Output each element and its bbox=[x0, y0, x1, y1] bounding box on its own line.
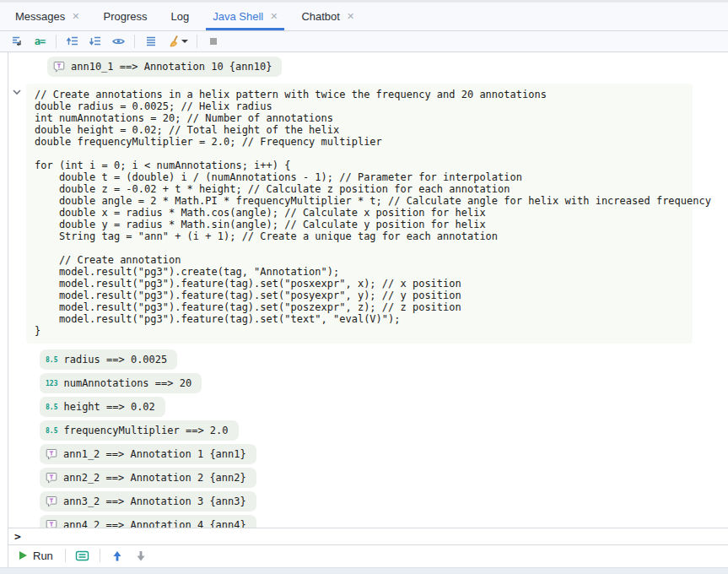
select-all-icon[interactable] bbox=[143, 33, 159, 50]
stop-icon[interactable] bbox=[205, 33, 222, 50]
double-type-icon: 8.5 bbox=[46, 427, 57, 435]
collapse-chevron-icon[interactable] bbox=[11, 86, 23, 98]
toolbar-separator bbox=[100, 549, 100, 562]
code-line: // Create annotations in a helix pattern… bbox=[35, 89, 693, 100]
code-line: int numAnnotations = 20; // Number of an… bbox=[35, 112, 693, 124]
run-toolbar: Run bbox=[8, 544, 728, 566]
code-line: model.result("pg3").create(tag, "Annotat… bbox=[35, 266, 693, 278]
tab-label: Progress bbox=[103, 10, 147, 23]
scroll-down-icon[interactable] bbox=[87, 33, 104, 50]
result-box: ann10_1 ==> Annotation 10 {ann10} bbox=[47, 57, 282, 77]
result-box: 123numAnnotations ==> 20 bbox=[40, 373, 202, 393]
result-text: ann10_1 ==> Annotation 10 {ann10} bbox=[71, 61, 272, 73]
code-line: double t = (double) i / (numAnnotations … bbox=[35, 171, 693, 183]
clear-dropdown-arrow[interactable] bbox=[181, 40, 188, 43]
tab-label: Chatbot bbox=[301, 10, 340, 23]
clear-icon[interactable] bbox=[165, 33, 189, 50]
tab-label: Log bbox=[171, 10, 190, 23]
tab-messages[interactable]: Messages✕ bbox=[3, 3, 91, 30]
toolbar-separator bbox=[197, 35, 197, 48]
code-cell: // Create annotations in a helix pattern… bbox=[8, 84, 728, 344]
result-box: 8.5radius ==> 0.0025 bbox=[40, 349, 177, 370]
result-text: height ==> 0.02 bbox=[63, 401, 154, 413]
window-bottom-strip bbox=[0, 567, 728, 574]
tab-close-icon[interactable]: ✕ bbox=[72, 12, 79, 21]
code-line: double height = 0.02; // Total height of… bbox=[35, 124, 693, 136]
run-icon bbox=[18, 550, 28, 560]
result-text: ann3_2 ==> Annotation 3 {ann3} bbox=[63, 495, 246, 507]
annotation-icon bbox=[46, 472, 57, 484]
result-text: ann2_2 ==> Annotation 2 {ann2} bbox=[63, 472, 246, 484]
annotation-icon bbox=[46, 495, 57, 507]
java-shell-window: Messages✕ProgressLogJava Shell✕Chatbot✕ … bbox=[0, 0, 728, 574]
tab-log[interactable]: Log bbox=[159, 3, 202, 30]
annotation-icon bbox=[46, 519, 57, 528]
result-box: ann3_2 ==> Annotation 3 {ann3} bbox=[40, 491, 256, 512]
code-line: double angle = 2 * Math.PI * frequencyMu… bbox=[35, 195, 693, 207]
result-box: ann2_2 ==> Annotation 2 {ann2} bbox=[40, 468, 256, 488]
result-text: ann4_2 ==> Annotation 4 {ann4} bbox=[63, 519, 246, 528]
code-line: double x = radius * Math.cos(angle); // … bbox=[35, 207, 693, 219]
toolbar-separator bbox=[65, 549, 66, 562]
code-line: } bbox=[35, 325, 693, 337]
result-box: ann1_2 ==> Annotation 1 {ann1} bbox=[40, 444, 256, 464]
code-line: model.result("pg3").feature(tag).set("po… bbox=[35, 278, 693, 290]
next-command-icon[interactable] bbox=[132, 547, 149, 564]
tab-java-shell[interactable]: Java Shell✕ bbox=[201, 3, 289, 30]
tab-progress[interactable]: Progress bbox=[91, 3, 159, 30]
code-line: model.result("pg3").feature(tag).set("po… bbox=[35, 290, 693, 301]
multiline-input-icon[interactable] bbox=[74, 547, 91, 564]
tab-chatbot[interactable]: Chatbot✕ bbox=[289, 3, 366, 30]
prompt-character: > bbox=[14, 530, 21, 543]
code-line: double frequencyMultiplier = 2.0; // Fre… bbox=[35, 136, 693, 148]
result-text: radius ==> 0.0025 bbox=[63, 354, 167, 366]
code-line: double z = -0.02 + t * height; // Calcul… bbox=[35, 183, 693, 195]
preview-icon[interactable] bbox=[110, 33, 127, 50]
shell-toolbar: a= bbox=[0, 30, 728, 52]
run-button[interactable]: Run bbox=[14, 548, 57, 564]
toolbar-separator bbox=[56, 35, 57, 48]
console-panel: ann10_1 ==> Annotation 10 {ann10} // Cre… bbox=[8, 52, 728, 567]
feed-expression-icon[interactable] bbox=[8, 33, 25, 50]
result-box: 8.5frequencyMultiplier ==> 2.0 bbox=[40, 420, 239, 441]
result-text: ann1_2 ==> Annotation 1 {ann1} bbox=[63, 448, 246, 460]
scroll-up-icon[interactable] bbox=[64, 33, 81, 50]
run-button-label: Run bbox=[33, 550, 53, 562]
annotation-icon bbox=[46, 448, 57, 460]
show-values-icon[interactable]: a= bbox=[31, 33, 48, 50]
code-line: for (int i = 0; i < numAnnotations; i++)… bbox=[35, 160, 693, 171]
code-line: model.result("pg3").feature(tag).set("po… bbox=[35, 301, 693, 313]
result-text: frequencyMultiplier ==> 2.0 bbox=[63, 425, 228, 436]
code-line: // Create annotation bbox=[35, 254, 693, 266]
tab-label: Messages bbox=[15, 10, 65, 23]
code-line bbox=[35, 242, 693, 254]
tab-close-icon[interactable]: ✕ bbox=[270, 12, 278, 21]
previous-command-icon[interactable] bbox=[109, 547, 126, 564]
code-line: double y = radius * Math.sin(angle); // … bbox=[35, 219, 693, 230]
tab-bar: Messages✕ProgressLogJava Shell✕Chatbot✕ bbox=[0, 3, 728, 30]
code-block: // Create annotations in a helix pattern… bbox=[26, 84, 693, 344]
tab-close-icon[interactable]: ✕ bbox=[347, 12, 354, 21]
result-list: 8.5radius ==> 0.0025123numAnnotations ==… bbox=[40, 349, 728, 528]
console-output: ann10_1 ==> Annotation 10 {ann10} // Cre… bbox=[8, 52, 728, 528]
result-box: 8.5height ==> 0.02 bbox=[40, 397, 165, 417]
double-type-icon: 8.5 bbox=[46, 403, 57, 411]
code-line: model.result("pg3").feature(tag).set("te… bbox=[35, 313, 693, 325]
result-box: ann4_2 ==> Annotation 4 {ann4} bbox=[40, 515, 256, 528]
double-type-icon: 8.5 bbox=[46, 356, 57, 364]
code-line bbox=[35, 148, 693, 160]
toolbar-separator bbox=[134, 35, 135, 48]
int-type-icon: 123 bbox=[46, 380, 57, 387]
code-line: String tag = "ann" + (i + 1); // Create … bbox=[35, 230, 693, 242]
code-line: double radius = 0.0025; // Helix radius bbox=[35, 100, 693, 112]
annotation-icon bbox=[53, 61, 65, 73]
tab-label: Java Shell bbox=[213, 10, 263, 23]
command-input-row[interactable]: > bbox=[8, 528, 728, 544]
result-text: numAnnotations ==> 20 bbox=[63, 377, 191, 389]
